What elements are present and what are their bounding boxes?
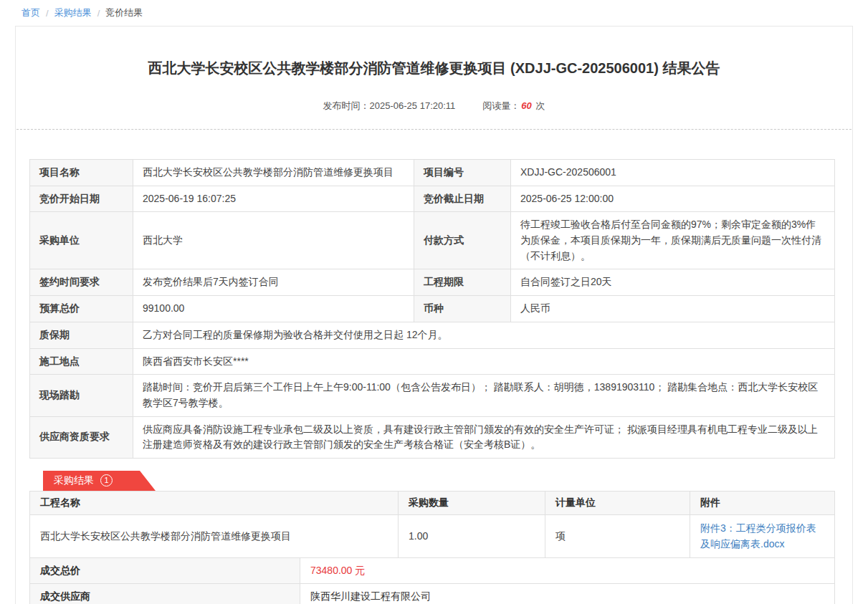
field-label-project-duration: 工程期限 — [414, 269, 511, 296]
table-row: 采购单位 西北大学 付款方式 待工程竣工验收合格后付至合同金额的97%；剩余审定… — [30, 212, 835, 269]
column-header-unit: 计量单位 — [545, 491, 690, 514]
table-row: 签约时间要求 发布竞价结果后7天内签订合同 工程期限 自合同签订之日20天 — [30, 269, 835, 296]
result-quantity: 1.00 — [399, 514, 545, 557]
field-label-purchasing-unit: 采购单位 — [30, 212, 133, 269]
breadcrumb-separator: / — [97, 8, 100, 19]
page-title: 西北大学长安校区公共教学楼部分消防管道维修更换项目 (XDJJ-GC-20250… — [16, 27, 852, 78]
field-label-signing-time: 签约时间要求 — [30, 269, 133, 296]
field-value-project-number: XDJJ-GC-202506001 — [511, 160, 835, 186]
result-project-name: 西北大学长安校区公共教学楼部分消防管道维修更换项目 — [30, 514, 399, 557]
field-value-construction-site: 陕西省西安市长安区**** — [133, 348, 835, 375]
dashed-divider — [16, 129, 852, 130]
views-count: 60 — [521, 100, 531, 111]
field-label-site-survey: 现场踏勘 — [30, 375, 133, 416]
field-label-final-price: 成交总价 — [30, 557, 300, 584]
field-label-supplier-qualification: 供应商资质要求 — [30, 416, 133, 458]
breadcrumb: 首页 / 采购结果 / 竞价结果 — [0, 0, 868, 24]
field-value-budget-total: 99100.00 — [133, 296, 414, 322]
table-row: 项目名称 西北大学长安校区公共教学楼部分消防管道维修更换项目 项目编号 XDJJ… — [30, 160, 835, 186]
column-header-attachment: 附件 — [690, 491, 835, 514]
field-label-project-name: 项目名称 — [30, 160, 133, 186]
procurement-result-badge: 采购结果 1 — [43, 471, 156, 491]
column-header-quantity: 采购数量 — [399, 491, 545, 514]
table-row: 成交供应商 陕西华川建设工程有限公司 — [30, 584, 835, 604]
publish-time-value: 2025-06-25 17:20:11 — [370, 100, 456, 111]
field-label-project-number: 项目编号 — [414, 160, 511, 186]
publish-time-label: 发布时间： — [323, 100, 370, 111]
table-row: 施工地点 陕西省西安市长安区**** — [30, 348, 835, 375]
field-value-payment-method: 待工程竣工验收合格后付至合同金额的97%；剩余审定金额的3%作为质保金，本项目质… — [511, 212, 835, 269]
views-unit: 次 — [535, 100, 545, 111]
result-summary-table: 成交总价 73480.00 元 成交供应商 陕西华川建设工程有限公司 — [29, 557, 835, 604]
field-label-construction-site: 施工地点 — [30, 348, 133, 375]
field-value-supplier-qualification: 供应商应具备消防设施工程专业承包二级及以上资质，具有建设行政主管部门颁发的有效的… — [133, 416, 835, 458]
procurement-result-badge-label: 采购结果 — [54, 474, 94, 487]
views-label: 阅读量： — [482, 100, 520, 111]
field-value-project-name: 西北大学长安校区公共教学楼部分消防管道维修更换项目 — [133, 160, 414, 186]
breadcrumb-current-page: 竞价结果 — [105, 6, 143, 19]
attachment-download-link[interactable]: 附件3：工程类分项报价表及响应偏离表.docx — [700, 522, 816, 550]
article-meta: 发布时间：2025-06-25 17:20:11阅读量：60 次 — [16, 100, 852, 112]
field-label-currency: 币种 — [414, 296, 511, 322]
result-count-badge: 1 — [100, 474, 113, 486]
field-label-bid-start-date: 竞价开始日期 — [30, 186, 133, 212]
field-label-payment-method: 付款方式 — [414, 212, 511, 269]
field-value-currency: 人民币 — [511, 296, 835, 322]
field-value-final-price: 73480.00 元 — [300, 557, 835, 584]
field-value-signing-time: 发布竞价结果后7天内签订合同 — [133, 269, 414, 296]
field-value-site-survey: 踏勘时间：竞价开启后第三个工作日上午上午9:00-11:00（包含公告发布日）；… — [133, 375, 835, 416]
field-value-project-duration: 自合同签订之日20天 — [511, 269, 835, 296]
result-unit: 项 — [545, 514, 690, 557]
table-row: 竞价开始日期 2025-06-19 16:07:25 竞价截止日期 2025-0… — [30, 186, 835, 212]
field-label-winning-supplier: 成交供应商 — [30, 584, 300, 604]
project-info-table: 项目名称 西北大学长安校区公共教学楼部分消防管道维修更换项目 项目编号 XDJJ… — [29, 159, 835, 459]
field-value-bid-start-date: 2025-06-19 16:07:25 — [133, 186, 414, 212]
table-row: 质保期 乙方对合同工程的质量保修期为验收合格并交付使用之日起 12个月。 — [30, 322, 835, 348]
procurement-result-table: 工程名称 采购数量 计量单位 附件 西北大学长安校区公共教学楼部分消防管道维修更… — [29, 491, 835, 558]
result-table-data-row: 西北大学长安校区公共教学楼部分消防管道维修更换项目 1.00 项 附件3：工程类… — [30, 514, 835, 557]
table-row: 供应商资质要求 供应商应具备消防设施工程专业承包二级及以上资质，具有建设行政主管… — [30, 416, 835, 458]
field-label-budget-total: 预算总价 — [30, 296, 133, 322]
field-label-bid-end-date: 竞价截止日期 — [414, 186, 511, 212]
field-value-winning-supplier: 陕西华川建设工程有限公司 — [300, 584, 835, 604]
field-value-purchasing-unit: 西北大学 — [133, 212, 414, 269]
result-table-header-row: 工程名称 采购数量 计量单位 附件 — [30, 491, 835, 514]
table-row: 成交总价 73480.00 元 — [30, 557, 835, 584]
breadcrumb-separator: / — [46, 8, 49, 19]
field-value-bid-end-date: 2025-06-25 12:00:00 — [511, 186, 835, 212]
table-row: 现场踏勘 踏勘时间：竞价开启后第三个工作日上午上午9:00-11:00（包含公告… — [30, 375, 835, 416]
column-header-project-name: 工程名称 — [30, 491, 399, 514]
breadcrumb-home-link[interactable]: 首页 — [22, 6, 40, 19]
field-value-warranty-period: 乙方对合同工程的质量保修期为验收合格并交付使用之日起 12个月。 — [133, 322, 835, 348]
table-row: 预算总价 99100.00 币种 人民币 — [30, 296, 835, 322]
content-card: 西北大学长安校区公共教学楼部分消防管道维修更换项目 (XDJJ-GC-20250… — [15, 26, 853, 604]
breadcrumb-procurement-results-link[interactable]: 采购结果 — [54, 6, 92, 19]
field-label-warranty-period: 质保期 — [30, 322, 133, 348]
